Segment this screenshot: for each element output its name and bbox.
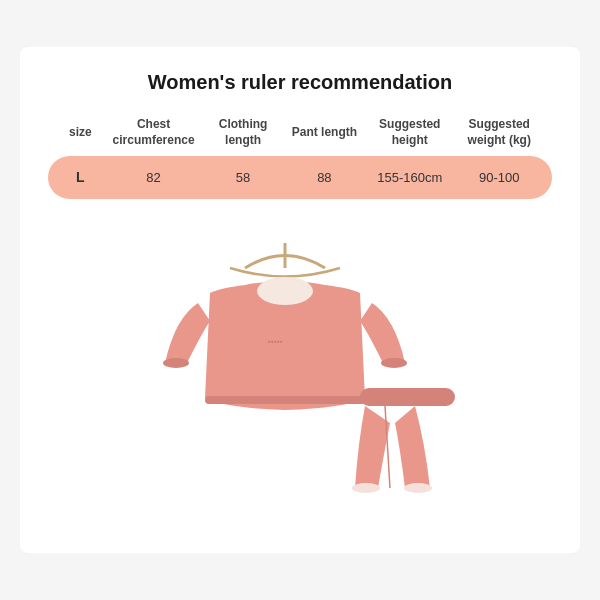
header-height: Suggested height <box>365 116 454 148</box>
svg-rect-5 <box>360 388 455 406</box>
cell-weight: 90-100 <box>455 169 544 187</box>
svg-point-4 <box>381 358 407 368</box>
header-clothing: Clothing length <box>202 116 283 148</box>
svg-text:●●●●●: ●●●●● <box>267 338 282 344</box>
page-title: Women's ruler recommendation <box>48 71 552 94</box>
table-header: size Chest circumference Clothing length… <box>48 116 552 156</box>
table-row: L 82 58 88 155-160cm 90-100 <box>48 156 552 199</box>
cell-size: L <box>56 168 105 187</box>
size-table: size Chest circumference Clothing length… <box>48 116 552 199</box>
clothing-illustration: ●●●●● <box>130 233 470 533</box>
svg-point-3 <box>163 358 189 368</box>
cell-pant: 88 <box>284 169 365 187</box>
product-image: ●●●●● <box>130 233 470 533</box>
product-image-container: ●●●●● <box>48 223 552 533</box>
header-weight: Suggested weight (kg) <box>455 116 544 148</box>
cell-chest: 82 <box>105 169 203 187</box>
header-pant: Pant length <box>284 124 365 140</box>
svg-point-6 <box>352 483 380 493</box>
svg-point-7 <box>404 483 432 493</box>
cell-clothing: 58 <box>202 169 283 187</box>
svg-rect-2 <box>205 396 365 404</box>
header-chest: Chest circumference <box>105 116 203 148</box>
cell-height: 155-160cm <box>365 169 454 187</box>
main-card: Women's ruler recommendation size Chest … <box>20 47 580 553</box>
svg-point-1 <box>257 277 313 305</box>
header-size: size <box>56 124 105 140</box>
